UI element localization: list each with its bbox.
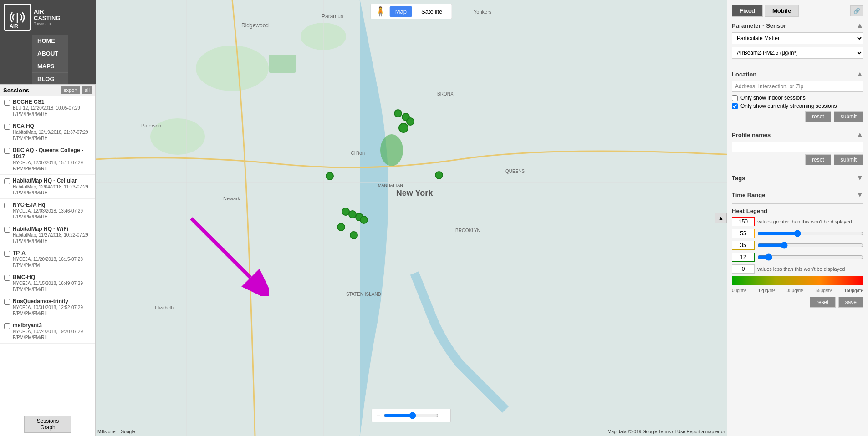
heat-input-150[interactable] xyxy=(732,217,755,226)
session-checkbox[interactable] xyxy=(4,299,10,305)
session-meta: NYCEJA, 11/15/2018, 16:49-07:29F/PM/PM/P… xyxy=(13,280,92,292)
profiles-chevron[interactable]: ▲ xyxy=(856,131,863,139)
tags-chevron[interactable]: ▼ xyxy=(856,174,863,182)
zoom-controls: − + xyxy=(372,409,451,422)
logo-casting: CASTING xyxy=(34,15,61,21)
export-button[interactable]: export xyxy=(61,86,80,94)
heat-save-button[interactable]: save xyxy=(838,297,863,308)
session-checkbox[interactable] xyxy=(4,251,10,257)
sessions-list: BCCHE CS1 BLU 12, 12/20/2018, 10:05-07:2… xyxy=(0,96,95,420)
heat-reset-button[interactable]: reset xyxy=(810,297,836,308)
svg-rect-2 xyxy=(96,0,727,436)
location-section: Location ▲ Only show indoor sessions Onl… xyxy=(732,70,863,122)
session-item[interactable]: NYC-EJA Hq NYCEJA, 12/03/2018, 13:46-07:… xyxy=(0,199,95,223)
session-meta: HabitatMap, 12/19/2018, 21:37-07:29 F/PM… xyxy=(13,129,92,141)
map-background: New York Ridgewood Paramus Yonkers Pater… xyxy=(96,0,727,436)
logo-air: AIR xyxy=(34,8,44,15)
session-marker[interactable] xyxy=(337,223,345,231)
scale-55: 55μg/m³ xyxy=(815,288,832,293)
profiles-reset-button[interactable]: reset xyxy=(805,154,831,165)
heat-input-12[interactable] xyxy=(732,253,755,262)
session-item[interactable]: HabitatMap HQ - Cellular HabitatMap, 12/… xyxy=(0,175,95,199)
location-reset-button[interactable]: reset xyxy=(805,111,831,122)
time-range-chevron[interactable]: ▼ xyxy=(856,191,863,199)
location-input[interactable] xyxy=(732,81,863,92)
heat-row-12 xyxy=(732,253,863,262)
session-checkbox[interactable] xyxy=(4,124,10,130)
heat-row-35 xyxy=(732,241,863,250)
session-checkbox[interactable] xyxy=(4,148,10,154)
google-label: Google xyxy=(121,429,135,434)
scale-35: 35μg/m³ xyxy=(786,288,803,293)
streaming-checkbox[interactable] xyxy=(732,103,738,109)
session-info: HabitatMap HQ - WiFi HabitatMap, 11/27/2… xyxy=(13,226,92,244)
session-item[interactable]: HabitatMap HQ - WiFi HabitatMap, 11/27/2… xyxy=(0,223,95,247)
profiles-btn-row: reset submit xyxy=(732,154,863,165)
session-marker[interactable] xyxy=(350,231,358,239)
session-meta: NYCEJA, 12/07/2018, 15:11-07:29F/PM/PM/P… xyxy=(13,160,92,172)
link-icon[interactable]: 🔗 xyxy=(850,5,863,16)
heat-slider-12[interactable] xyxy=(757,253,863,261)
session-item[interactable]: melbryant3 NYCEJA, 10/24/2018, 19:20-07:… xyxy=(0,319,95,344)
session-checkbox[interactable] xyxy=(4,178,10,184)
session-item[interactable]: BMC-HQ NYCEJA, 11/15/2018, 16:49-07:29F/… xyxy=(0,271,95,295)
location-header: Location ▲ xyxy=(732,70,863,78)
heat-slider-35[interactable] xyxy=(757,242,863,249)
session-item[interactable]: TP-A NYCEJA, 11/20/2018, 16:15-07:28F/PM… xyxy=(0,247,95,271)
sensor-select[interactable]: Particulate Matter xyxy=(732,32,863,44)
logo-nav: AIR AIR CASTING Township HOMEABOUTMAPSBL… xyxy=(0,0,96,98)
nav-about[interactable]: ABOUT xyxy=(32,47,68,60)
session-item[interactable]: NosQuedamos-trinity NYCEJA, 10/31/2018, … xyxy=(0,295,95,319)
indoor-checkbox[interactable] xyxy=(732,95,738,101)
all-button[interactable]: all xyxy=(82,86,92,94)
heat-slider-55[interactable] xyxy=(757,230,863,237)
session-marker[interactable] xyxy=(394,109,402,117)
divider-2 xyxy=(732,127,863,127)
heat-input-0[interactable] xyxy=(732,264,755,274)
nav-home[interactable]: HOME xyxy=(32,35,68,47)
heat-scale-labels: 0μg/m³ 12μg/m³ 35μg/m³ 55μg/m³ 150μg/m³ xyxy=(732,288,863,293)
heat-input-55[interactable] xyxy=(732,229,755,238)
session-name: HabitatMap HQ - Cellular xyxy=(13,177,92,184)
session-checkbox[interactable] xyxy=(4,203,10,208)
heat-input-35[interactable] xyxy=(732,241,755,250)
session-info: TP-A NYCEJA, 11/20/2018, 16:15-07:28F/PM… xyxy=(13,250,92,268)
sensor-section: Parameter - Sensor ▲ Particulate Matter … xyxy=(732,21,863,61)
session-checkbox[interactable] xyxy=(4,227,10,233)
location-submit-button[interactable]: submit xyxy=(834,111,863,122)
zoom-slider[interactable] xyxy=(384,412,439,419)
pegman-icon[interactable]: 🧍 xyxy=(375,6,386,17)
session-checkbox[interactable] xyxy=(4,275,10,281)
session-checkbox[interactable] xyxy=(4,323,10,329)
divider-1 xyxy=(732,66,863,66)
location-chevron[interactable]: ▲ xyxy=(856,70,863,78)
svg-text:New York: New York xyxy=(396,188,433,198)
sessions-graph-button[interactable]: Sessions Graph xyxy=(24,416,71,433)
session-marker[interactable] xyxy=(360,216,368,224)
mobile-tab[interactable]: Mobile xyxy=(765,5,799,17)
nav-blog[interactable]: BLOG xyxy=(32,73,68,86)
session-item[interactable]: BCCHE CS1 BLU 12, 12/20/2018, 10:05-07:2… xyxy=(0,96,95,120)
profiles-submit-button[interactable]: submit xyxy=(834,154,863,165)
session-item[interactable]: NCA HQ HabitatMap, 12/19/2018, 21:37-07:… xyxy=(0,120,95,144)
zoom-in-button[interactable]: + xyxy=(439,410,449,421)
sensor-sub-select[interactable]: AirBeam2-PM2.5 (μg/m³) xyxy=(732,47,863,59)
heat-legend-section: Heat Legend values greater than this won… xyxy=(732,208,863,308)
map-area[interactable]: New York Ridgewood Paramus Yonkers Pater… xyxy=(96,0,727,436)
right-panel: Fixed Mobile 🔗 Parameter - Sensor ▲ Part… xyxy=(727,0,868,436)
fixed-tab[interactable]: Fixed xyxy=(732,5,763,17)
session-marker[interactable] xyxy=(435,171,443,179)
map-mode-button[interactable]: Map xyxy=(390,6,412,17)
session-item[interactable]: DEC AQ - Queens College - 1017 NYCEJA, 1… xyxy=(0,144,95,175)
profiles-input[interactable] xyxy=(732,142,863,152)
session-marker-large[interactable] xyxy=(398,123,408,133)
scroll-up-button[interactable]: ▲ xyxy=(715,213,727,223)
session-checkbox[interactable] xyxy=(4,100,10,106)
streaming-label: Only show currently streaming sessions xyxy=(740,103,837,109)
session-marker[interactable] xyxy=(326,172,334,180)
satellite-mode-button[interactable]: Satellite xyxy=(416,6,448,17)
sensor-chevron[interactable]: ▲ xyxy=(856,21,863,30)
zoom-out-button[interactable]: − xyxy=(373,410,384,421)
nav-maps[interactable]: MAPS xyxy=(32,60,68,73)
session-info: BMC-HQ NYCEJA, 11/15/2018, 16:49-07:29F/… xyxy=(13,274,92,292)
